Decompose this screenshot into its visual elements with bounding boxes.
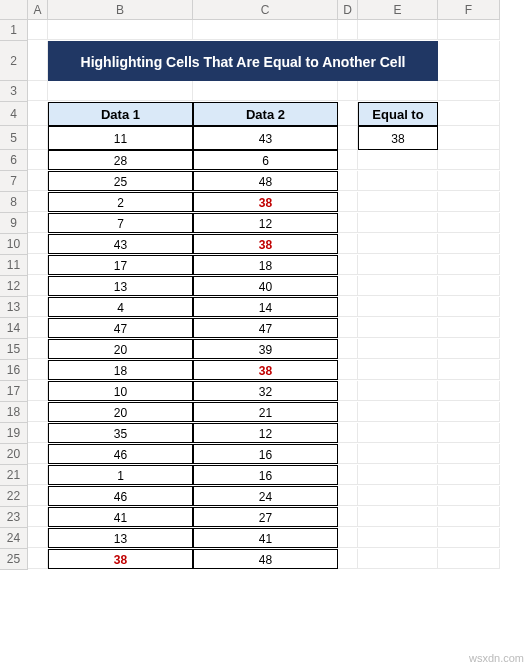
col-header-C[interactable]: C	[193, 0, 338, 20]
cell[interactable]	[28, 213, 48, 233]
data-cell[interactable]: 38	[193, 192, 338, 212]
data-cell[interactable]: 38	[48, 549, 193, 569]
row-header-20[interactable]: 20	[0, 444, 28, 465]
col-header-A[interactable]: A	[28, 0, 48, 20]
row-header-12[interactable]: 12	[0, 276, 28, 297]
row-header-24[interactable]: 24	[0, 528, 28, 549]
cell[interactable]	[338, 126, 358, 150]
col-header-E[interactable]: E	[358, 0, 438, 20]
select-all-corner[interactable]	[0, 0, 28, 20]
row-header-18[interactable]: 18	[0, 402, 28, 423]
cell[interactable]	[28, 297, 48, 317]
cell[interactable]	[358, 234, 438, 254]
cell[interactable]	[358, 276, 438, 296]
cell[interactable]	[338, 339, 358, 359]
row-header-22[interactable]: 22	[0, 486, 28, 507]
data-cell[interactable]: 32	[193, 381, 338, 401]
cell[interactable]	[358, 486, 438, 506]
cell[interactable]	[338, 318, 358, 338]
cell[interactable]	[48, 81, 193, 101]
cell[interactable]	[438, 192, 500, 212]
row-header-25[interactable]: 25	[0, 549, 28, 570]
cell[interactable]	[28, 192, 48, 212]
col-header-B[interactable]: B	[48, 0, 193, 20]
data-cell[interactable]: 21	[193, 402, 338, 422]
cell[interactable]	[358, 192, 438, 212]
cell[interactable]	[358, 402, 438, 422]
cell[interactable]	[358, 381, 438, 401]
row-header-17[interactable]: 17	[0, 381, 28, 402]
row-header-1[interactable]: 1	[0, 20, 28, 41]
data-cell[interactable]: 28	[48, 150, 193, 170]
equal-value-cell[interactable]: 38	[358, 126, 438, 150]
cell[interactable]	[28, 102, 48, 126]
cell[interactable]	[28, 486, 48, 506]
row-header-19[interactable]: 19	[0, 423, 28, 444]
cell[interactable]	[28, 465, 48, 485]
cell[interactable]	[438, 528, 500, 548]
row-header-3[interactable]: 3	[0, 81, 28, 102]
cell[interactable]	[358, 318, 438, 338]
data-cell[interactable]: 6	[193, 150, 338, 170]
cell[interactable]	[438, 41, 500, 81]
cell[interactable]	[438, 126, 500, 150]
data-cell[interactable]: 12	[193, 423, 338, 443]
cell[interactable]	[358, 150, 438, 170]
data-cell[interactable]: 41	[48, 507, 193, 527]
cell[interactable]	[338, 423, 358, 443]
cell[interactable]	[338, 213, 358, 233]
data-cell[interactable]: 13	[48, 276, 193, 296]
data-cell[interactable]: 48	[193, 171, 338, 191]
cell[interactable]	[358, 507, 438, 527]
cell[interactable]	[338, 297, 358, 317]
row-header-2[interactable]: 2	[0, 41, 28, 81]
row-header-13[interactable]: 13	[0, 297, 28, 318]
cell[interactable]	[338, 402, 358, 422]
data-cell[interactable]: 47	[48, 318, 193, 338]
data-cell[interactable]: 17	[48, 255, 193, 275]
cell[interactable]	[193, 20, 338, 40]
row-header-9[interactable]: 9	[0, 213, 28, 234]
data-cell[interactable]: 10	[48, 381, 193, 401]
data-cell[interactable]: 47	[193, 318, 338, 338]
cell[interactable]	[358, 423, 438, 443]
row-header-14[interactable]: 14	[0, 318, 28, 339]
row-header-15[interactable]: 15	[0, 339, 28, 360]
cell[interactable]	[28, 150, 48, 170]
cell[interactable]	[338, 507, 358, 527]
cell[interactable]	[438, 255, 500, 275]
header-data2[interactable]: Data 2	[193, 102, 338, 126]
cell[interactable]	[338, 381, 358, 401]
row-header-4[interactable]: 4	[0, 102, 28, 126]
cell[interactable]	[193, 81, 338, 101]
cell[interactable]	[358, 465, 438, 485]
header-data1[interactable]: Data 1	[48, 102, 193, 126]
cell[interactable]	[358, 360, 438, 380]
cell[interactable]	[28, 507, 48, 527]
header-equal-to[interactable]: Equal to	[358, 102, 438, 126]
row-header-10[interactable]: 10	[0, 234, 28, 255]
cell[interactable]	[28, 381, 48, 401]
cell[interactable]	[338, 276, 358, 296]
cell[interactable]	[338, 192, 358, 212]
cell[interactable]	[438, 20, 500, 40]
cell[interactable]	[28, 444, 48, 464]
data-cell[interactable]: 41	[193, 528, 338, 548]
cell[interactable]	[28, 360, 48, 380]
cell[interactable]	[28, 339, 48, 359]
data-cell[interactable]: 1	[48, 465, 193, 485]
col-header-D[interactable]: D	[338, 0, 358, 20]
cell[interactable]	[338, 360, 358, 380]
data-cell[interactable]: 40	[193, 276, 338, 296]
data-cell[interactable]: 43	[48, 234, 193, 254]
cell[interactable]	[358, 549, 438, 569]
cell[interactable]	[358, 171, 438, 191]
cell[interactable]	[358, 297, 438, 317]
cell[interactable]	[438, 213, 500, 233]
row-header-11[interactable]: 11	[0, 255, 28, 276]
col-header-F[interactable]: F	[438, 0, 500, 20]
cell[interactable]	[438, 465, 500, 485]
cell[interactable]	[438, 150, 500, 170]
data-cell[interactable]: 20	[48, 339, 193, 359]
data-cell[interactable]: 48	[193, 549, 338, 569]
